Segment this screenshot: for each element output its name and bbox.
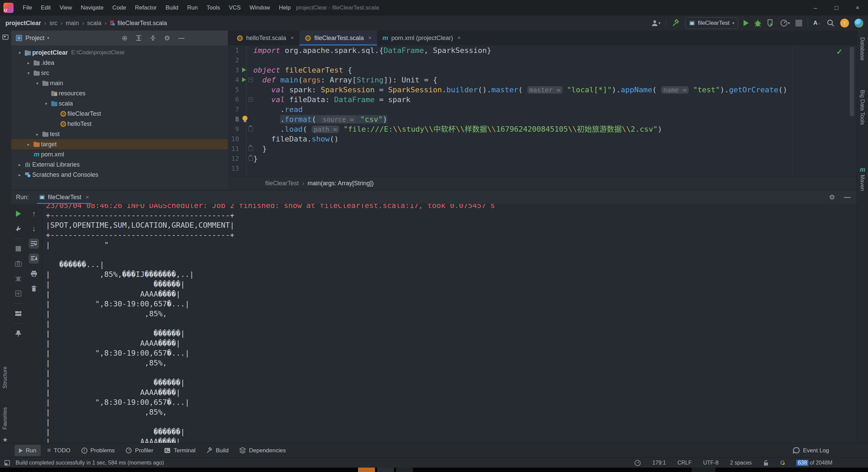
tool-button-build[interactable]: Build bbox=[202, 445, 233, 456]
tree-item-filecleartest[interactable]: fileClearTest bbox=[11, 109, 228, 119]
status-caret-position[interactable]: 179:1 bbox=[652, 460, 666, 466]
run-with-coverage-button[interactable] bbox=[767, 19, 774, 27]
breadcrumb-item[interactable]: scala bbox=[87, 20, 101, 27]
tree-chevron-icon[interactable]: ▾ bbox=[42, 101, 50, 106]
tree-chevron-icon[interactable]: ▸ bbox=[25, 142, 32, 147]
update-notification-icon[interactable]: ↑ bbox=[840, 19, 849, 27]
debug-button[interactable] bbox=[754, 19, 762, 27]
code-line[interactable]: 4− def main(args: Array[String]): Unit =… bbox=[228, 75, 857, 85]
dump-threads-icon[interactable] bbox=[13, 259, 23, 269]
hide-run-panel-icon[interactable]: — bbox=[844, 193, 851, 201]
code-line[interactable]: 5 val spark: SparkSession = SparkSession… bbox=[228, 85, 857, 95]
project-panel-header[interactable]: Project ▾ ⊕ ⚙ — bbox=[11, 31, 228, 45]
fold-end-icon[interactable] bbox=[249, 147, 253, 151]
tree-chevron-icon[interactable]: ▾ bbox=[34, 81, 41, 86]
editor-scrollbar[interactable] bbox=[850, 47, 854, 116]
tool-button-todo[interactable]: ≡TODO bbox=[43, 445, 75, 456]
menu-edit[interactable]: Edit bbox=[36, 0, 55, 16]
status-message[interactable]: Build completed successfully in 1 sec, 5… bbox=[16, 460, 164, 466]
tab-close-icon[interactable]: × bbox=[291, 35, 294, 41]
tab-close-icon[interactable]: × bbox=[368, 35, 372, 41]
tree-item-scratchesandconsoles[interactable]: ▸Scratches and Consoles bbox=[11, 170, 228, 180]
tool-window-switcher-icon[interactable] bbox=[4, 460, 10, 466]
run-tab[interactable]: fileClearTest × bbox=[37, 190, 91, 204]
vcs-user-icon[interactable]: ▾ bbox=[651, 19, 660, 27]
locate-file-icon[interactable]: ⊕ bbox=[122, 34, 127, 42]
menu-navigate[interactable]: Navigate bbox=[76, 0, 108, 16]
minimize-button[interactable]: – bbox=[805, 0, 826, 16]
print-icon[interactable] bbox=[29, 268, 39, 279]
code-line[interactable]: 9 .load( path = "file:///E:\\study\\中软杯\… bbox=[228, 124, 857, 134]
tree-item-main[interactable]: ▾main bbox=[11, 78, 228, 88]
scroll-to-end-icon[interactable] bbox=[29, 253, 39, 264]
status-encoding[interactable]: UTF-8 bbox=[703, 460, 718, 466]
tool-button-dependencies[interactable]: Dependencies bbox=[235, 445, 290, 456]
breadcrumb-item[interactable]: src bbox=[49, 20, 57, 27]
menu-view[interactable]: View bbox=[55, 0, 77, 16]
big-data-tools-tool-button[interactable]: Big Data Tools bbox=[859, 90, 865, 125]
code-line[interactable]: 11 } bbox=[228, 144, 857, 154]
translate-icon[interactable]: A↔ bbox=[813, 20, 821, 26]
search-everywhere-icon[interactable] bbox=[827, 19, 835, 27]
tool-button-terminal[interactable]: Terminal bbox=[160, 445, 200, 456]
tree-chevron-icon[interactable]: ▸ bbox=[25, 60, 32, 65]
lock-icon[interactable] bbox=[763, 460, 769, 466]
tree-item-externallibraries[interactable]: ▸External Libraries bbox=[11, 159, 228, 170]
settings-gear-icon[interactable]: ⚙ bbox=[164, 34, 170, 42]
code-line[interactable]: 10 fileData.show() bbox=[228, 134, 857, 144]
tree-item-idea[interactable]: ▸.idea bbox=[11, 58, 228, 68]
tree-item-pomxml[interactable]: mpom.xml bbox=[11, 149, 228, 159]
restart-debug-icon[interactable] bbox=[13, 273, 23, 284]
run-line-icon[interactable] bbox=[242, 77, 246, 82]
edit-configuration-icon[interactable] bbox=[13, 224, 23, 234]
rerun-button[interactable] bbox=[13, 209, 23, 219]
soft-wrap-icon[interactable] bbox=[29, 239, 39, 249]
code-line[interactable]: 1import org.apache.spark.sql.{DataFrame,… bbox=[228, 45, 857, 55]
breadcrumb-item[interactable]: projectClear bbox=[5, 20, 41, 27]
power-save-icon[interactable] bbox=[634, 460, 641, 466]
code-line[interactable]: 2 bbox=[228, 55, 857, 65]
inspections-ok-icon[interactable]: ✓ bbox=[836, 48, 843, 56]
tree-item-projectclear[interactable]: ▾projectClearE:\Code\projectClear bbox=[11, 48, 228, 58]
console-output[interactable]: 23/05/04 08:46:26 INFO DAGScheduler: Job… bbox=[42, 204, 857, 443]
profiler-button[interactable]: ▾ bbox=[780, 19, 790, 27]
run-button[interactable] bbox=[744, 20, 749, 26]
menu-tools[interactable]: Tools bbox=[202, 0, 224, 16]
menu-file[interactable]: File bbox=[18, 0, 36, 16]
intention-bulb-icon[interactable] bbox=[242, 116, 248, 121]
code-line[interactable]: 6− val fileData: DataFrame = spark bbox=[228, 95, 857, 105]
structure-tool-button[interactable]: Structure bbox=[2, 366, 8, 389]
tree-chevron-icon[interactable]: ▸ bbox=[34, 132, 41, 137]
layout-settings-icon[interactable] bbox=[13, 308, 23, 319]
favorites-star-icon[interactable]: ★ bbox=[2, 436, 8, 443]
favorites-tool-button[interactable]: Favorites bbox=[2, 407, 8, 430]
fold-icon[interactable]: − bbox=[249, 78, 253, 82]
menu-code[interactable]: Code bbox=[108, 0, 131, 16]
maximize-button[interactable]: □ bbox=[826, 0, 847, 16]
close-button[interactable]: × bbox=[847, 0, 868, 16]
run-settings-gear-icon[interactable]: ⚙ bbox=[829, 193, 835, 201]
event-log-button[interactable]: Event Log bbox=[793, 447, 829, 454]
fold-end-icon[interactable] bbox=[249, 127, 253, 131]
code-editor[interactable]: 1import org.apache.spark.sql.{DataFrame,… bbox=[228, 45, 857, 176]
memory-indicator[interactable]: 638 of 2048M bbox=[796, 460, 832, 466]
tree-chevron-icon[interactable]: ▾ bbox=[25, 71, 32, 76]
windows-taskbar[interactable] bbox=[0, 468, 868, 472]
exit-icon[interactable] bbox=[13, 288, 23, 299]
clear-all-icon[interactable] bbox=[29, 283, 39, 294]
editor-tab-pom[interactable]: mpom.xml (projectClear)× bbox=[377, 31, 466, 45]
code-line[interactable]: 13 bbox=[228, 164, 857, 173]
grazie-icon[interactable]: G bbox=[780, 459, 785, 467]
tool-button-run[interactable]: Run bbox=[15, 445, 41, 456]
tree-item-scala[interactable]: ▾scala bbox=[11, 98, 228, 109]
tool-button-problems[interactable]: !Problems bbox=[77, 445, 119, 456]
build-hammer-icon[interactable] bbox=[672, 19, 680, 27]
pin-tab-icon[interactable] bbox=[13, 328, 23, 339]
editor-tab-filecleartest[interactable]: fileClearTest.scala× bbox=[299, 31, 377, 45]
status-line-ending[interactable]: CRLF bbox=[677, 460, 692, 466]
code-line[interactable]: 8 .format( source = "csv") bbox=[228, 114, 857, 124]
run-line-icon[interactable] bbox=[242, 68, 246, 72]
tool-button-profiler[interactable]: Profiler bbox=[121, 445, 158, 456]
menu-vcs[interactable]: VCS bbox=[224, 0, 245, 16]
menu-run[interactable]: Run bbox=[183, 0, 202, 16]
